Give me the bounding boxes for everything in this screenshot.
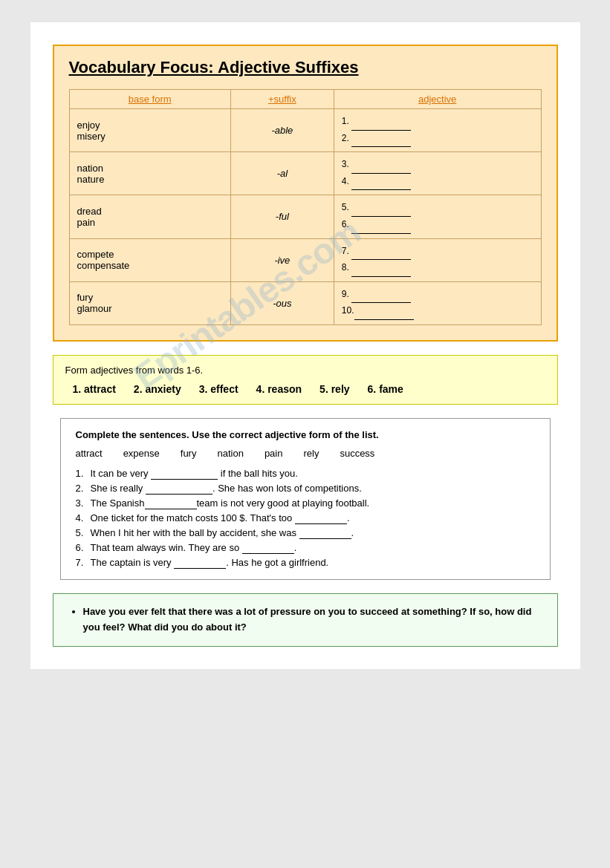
table-row: enjoymisery -able 1. 2. — [69, 109, 541, 152]
base-cell: enjoymisery — [69, 109, 230, 152]
blank[interactable] — [295, 512, 347, 524]
discussion-section: Have you ever felt that there was a lot … — [53, 593, 558, 647]
list-item: 3. The Spanish team is not very good at … — [76, 497, 535, 509]
vocab-section: Eprintables.com Vocabulary Focus: Adject… — [53, 45, 558, 342]
sentences-list: 1. It can be very if the ball hits you. … — [76, 468, 535, 569]
col-header-base: base form — [69, 90, 230, 109]
col-header-adjective: adjective — [334, 90, 541, 109]
list-item: 7. The captain is very . Has he got a gi… — [76, 557, 535, 569]
base-cell: nationnature — [69, 152, 230, 195]
adjective-cell: 7. 8. — [334, 238, 541, 281]
blank[interactable] — [151, 468, 218, 480]
word-item: 1. attract — [73, 383, 116, 395]
blank[interactable] — [351, 174, 411, 191]
blank[interactable] — [174, 557, 226, 569]
suffix-cell: -ive — [230, 238, 334, 281]
blank[interactable] — [354, 303, 414, 320]
blank[interactable] — [351, 217, 411, 234]
sentences-instruction: Complete the sentences. Use the correct … — [76, 429, 535, 440]
adjective-cell: 3. 4. — [334, 152, 541, 195]
discussion-list: Have you ever felt that there was a lot … — [68, 604, 542, 636]
bank-word: attract — [76, 448, 103, 459]
blank[interactable] — [146, 483, 212, 495]
blank[interactable] — [351, 157, 411, 174]
blank[interactable] — [351, 287, 411, 304]
vocab-table: base form +suffix adjective enjoymisery … — [69, 89, 542, 325]
blank[interactable] — [351, 114, 411, 131]
list-item: 1. It can be very if the ball hits you. — [76, 468, 535, 480]
suffix-cell: -able — [230, 109, 334, 152]
adjective-cell: 5. 6. — [334, 195, 541, 238]
base-cell: furyglamour — [69, 281, 230, 324]
adjective-cell: 9. 10. — [334, 281, 541, 324]
blank[interactable] — [351, 131, 411, 148]
page: Eprintables.com Vocabulary Focus: Adject… — [30, 22, 580, 669]
word-item: 6. fame — [368, 383, 403, 395]
table-row: dreadpain -ful 5. 6. — [69, 195, 541, 238]
discussion-item: Have you ever felt that there was a lot … — [83, 604, 542, 636]
form-adjectives-section: Form adjectives from words 1-6. 1. attra… — [53, 355, 558, 405]
word-bank: attract expense fury nation pain rely su… — [76, 448, 535, 459]
col-header-suffix: +suffix — [230, 90, 334, 109]
table-row: nationnature -al 3. 4. — [69, 152, 541, 195]
adjective-cell: 1. 2. — [334, 109, 541, 152]
blank[interactable] — [299, 527, 351, 539]
blank[interactable] — [242, 542, 294, 554]
blank[interactable] — [351, 260, 411, 277]
list-item: 5. When I hit her with the ball by accid… — [76, 527, 535, 539]
suffix-cell: -ful — [230, 195, 334, 238]
suffix-cell: -al — [230, 152, 334, 195]
word-item: 3. effect — [199, 383, 239, 395]
word-item: 2. anxiety — [134, 383, 181, 395]
bank-word: pain — [265, 448, 283, 459]
list-item: 2. She is really . She has won lots of c… — [76, 483, 535, 495]
base-cell: dreadpain — [69, 195, 230, 238]
table-row: competecompensate -ive 7. 8. — [69, 238, 541, 281]
vocab-title: Vocabulary Focus: Adjective Suffixes — [69, 58, 542, 77]
bank-word: success — [340, 448, 374, 459]
suffix-cell: -ous — [230, 281, 334, 324]
bank-word: rely — [303, 448, 319, 459]
blank[interactable] — [351, 244, 411, 261]
blank[interactable] — [351, 200, 411, 217]
bank-word: fury — [181, 448, 197, 459]
list-item: 6. That team always win. They are so . — [76, 542, 535, 554]
list-item: 4. One ticket for the match costs 100 $.… — [76, 512, 535, 524]
blank[interactable] — [145, 497, 197, 509]
word-item: 4. reason — [256, 383, 302, 395]
sentences-section: Complete the sentences. Use the correct … — [60, 418, 551, 580]
word-item: 5. rely — [319, 383, 349, 395]
base-cell: competecompensate — [69, 238, 230, 281]
table-row: furyglamour -ous 9. 10. — [69, 281, 541, 324]
form-adjectives-instruction: Form adjectives from words 1-6. — [65, 365, 545, 376]
bank-word: nation — [217, 448, 243, 459]
bank-word: expense — [123, 448, 160, 459]
word-list: 1. attract 2. anxiety 3. effect 4. reaso… — [65, 383, 545, 395]
